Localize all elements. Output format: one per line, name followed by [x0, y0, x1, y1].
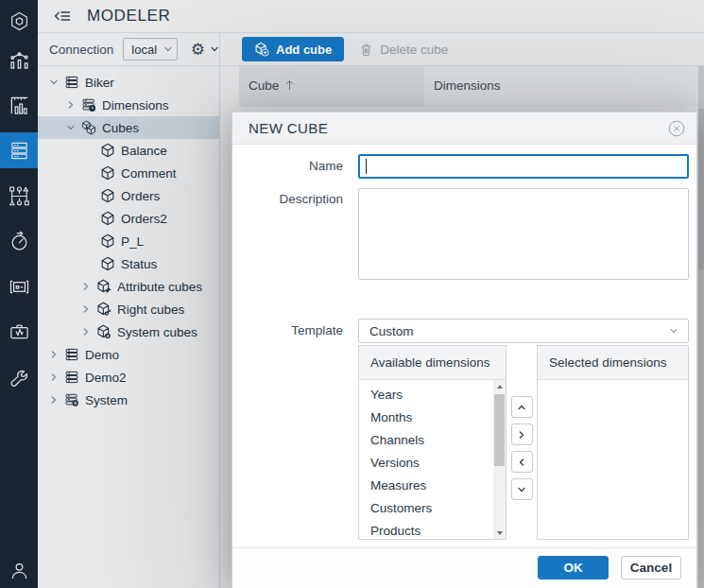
move-left-button[interactable]: [511, 451, 533, 473]
tree-item-orders[interactable]: Orders: [38, 184, 219, 207]
cube-icon: [100, 165, 115, 181]
connection-select[interactable]: local: [123, 38, 177, 61]
new-cube-dialog: NEW CUBE Name Description Template Custo…: [232, 112, 697, 588]
tree-item-balance[interactable]: Balance: [38, 139, 219, 162]
chevron-right-icon[interactable]: [49, 350, 64, 359]
administration-wrench-icon[interactable]: [0, 359, 38, 395]
cancel-button[interactable]: Cancel: [621, 556, 681, 579]
add-cube-button[interactable]: Add cube: [242, 37, 344, 61]
description-label: Description: [248, 188, 358, 280]
page-title: MODELER: [87, 7, 170, 26]
cube-add-icon: [254, 42, 269, 57]
tree-item-right-cubes[interactable]: Right cubes: [38, 298, 219, 320]
report-chart-icon[interactable]: [0, 87, 38, 123]
server-system-icon: [64, 392, 79, 407]
gear-icon: ⚙: [191, 42, 205, 58]
available-dimensions-title: Available dimensions: [359, 346, 506, 380]
text-caret: [366, 159, 367, 174]
chevron-right-icon[interactable]: [81, 327, 96, 337]
tree-item-label: P_L: [121, 234, 144, 249]
scrollbar-thumb[interactable]: [494, 394, 505, 466]
collapse-panel-icon[interactable]: [54, 10, 71, 22]
scrollbar-thumb[interactable]: [698, 109, 704, 269]
chevron-down-icon: [163, 44, 173, 54]
column-header-dimensions[interactable]: Dimensions: [424, 66, 501, 107]
close-icon[interactable]: [667, 119, 686, 138]
chevron-right-icon[interactable]: [49, 395, 64, 405]
cube-icon: [100, 211, 115, 226]
analytics-icon[interactable]: [0, 42, 38, 78]
chevron-right-icon[interactable]: [49, 372, 64, 382]
tree-item-label: Biker: [85, 76, 114, 90]
tree-item-label: Cubes: [102, 121, 139, 135]
scroll-up-icon[interactable]: [493, 380, 506, 392]
transformer-shapes-icon[interactable]: [0, 178, 38, 214]
connection-select-value: local: [131, 43, 157, 57]
tree-item-system-cubes[interactable]: System cubes: [38, 320, 219, 343]
model-tree: Biker Dimensions Cubes Balance Comment: [38, 66, 219, 411]
tree-item-dimensions[interactable]: Dimensions: [38, 94, 219, 116]
tree-item-demo[interactable]: Demo: [38, 343, 219, 366]
selected-dimensions-list[interactable]: [538, 380, 688, 539]
tree-item-cubes[interactable]: Cubes: [38, 116, 219, 139]
cube-toolbar: Add cube Delete cube: [221, 33, 704, 66]
tree-item-comment[interactable]: Comment: [38, 162, 219, 184]
list-item[interactable]: Versions: [359, 452, 506, 475]
dialog-footer: OK Cancel: [232, 547, 696, 588]
available-dimensions-panel: Available dimensions Years Months Channe…: [358, 345, 507, 540]
list-item[interactable]: Years: [359, 384, 506, 406]
tree-item-attribute-cubes[interactable]: Attribute cubes: [38, 275, 219, 298]
tree-item-system[interactable]: System: [38, 389, 219, 411]
scheduler-clock-icon[interactable]: [0, 223, 38, 259]
template-select[interactable]: Custom: [358, 319, 689, 343]
chevron-right-icon[interactable]: [81, 304, 96, 314]
list-item[interactable]: Channels: [359, 429, 506, 452]
list-item[interactable]: Products: [359, 520, 506, 539]
dialog-header: NEW CUBE: [232, 112, 696, 145]
tree-item-label: Demo: [85, 348, 119, 362]
chevron-right-icon[interactable]: [66, 100, 81, 110]
vertical-scrollbar[interactable]: [698, 66, 704, 588]
name-input[interactable]: [358, 154, 689, 179]
dialog-title: NEW CUBE: [249, 120, 328, 136]
app-header: MODELER: [38, 0, 704, 33]
list-item[interactable]: Measures: [359, 475, 506, 497]
trash-icon: [359, 43, 373, 57]
list-scrollbar[interactable]: [493, 380, 506, 539]
tree-item-status[interactable]: Status: [38, 252, 219, 275]
delete-cube-button[interactable]: Delete cube: [359, 43, 448, 57]
tree-item-label: Orders: [121, 189, 160, 203]
cube-rights-icon: [96, 302, 112, 317]
tree-item-label: Demo2: [85, 371, 127, 385]
move-right-button[interactable]: [511, 424, 533, 445]
user-profile-icon[interactable]: [0, 552, 38, 588]
settings-menu-button[interactable]: ⚙: [191, 42, 219, 58]
name-label: Name: [248, 154, 358, 179]
chevron-down-icon[interactable]: [49, 78, 64, 87]
chevron-right-icon[interactable]: [81, 282, 96, 291]
list-item[interactable]: Months: [359, 406, 506, 429]
server-icon: [64, 370, 79, 385]
move-up-button[interactable]: [511, 396, 533, 418]
applications-case-icon[interactable]: [0, 314, 38, 350]
selected-dimensions-title: Selected dimensions: [538, 346, 688, 380]
tree-item-demo2[interactable]: Demo2: [38, 366, 219, 389]
scroll-down-icon[interactable]: [493, 527, 506, 539]
tree-item-label: Balance: [121, 144, 167, 158]
tree-item-biker[interactable]: Biker: [38, 71, 219, 94]
cube-system-icon: [96, 324, 112, 339]
logo-hexagon-icon: [0, 0, 38, 42]
chevron-down-icon[interactable]: [66, 123, 81, 132]
presentation-frame-icon[interactable]: [0, 268, 38, 304]
column-header-cube[interactable]: Cube: [239, 66, 424, 107]
ok-button[interactable]: OK: [538, 556, 609, 579]
tree-item-p-l[interactable]: P_L: [38, 230, 219, 252]
description-input[interactable]: [358, 188, 689, 280]
cube-icon: [100, 256, 115, 271]
cubes-folder-icon: [81, 120, 96, 135]
move-down-button[interactable]: [511, 478, 533, 500]
list-item[interactable]: Customers: [359, 497, 506, 520]
template-label: Template: [248, 319, 358, 343]
modeler-stack-icon[interactable]: [0, 132, 38, 168]
tree-item-orders2[interactable]: Orders2: [38, 207, 219, 230]
